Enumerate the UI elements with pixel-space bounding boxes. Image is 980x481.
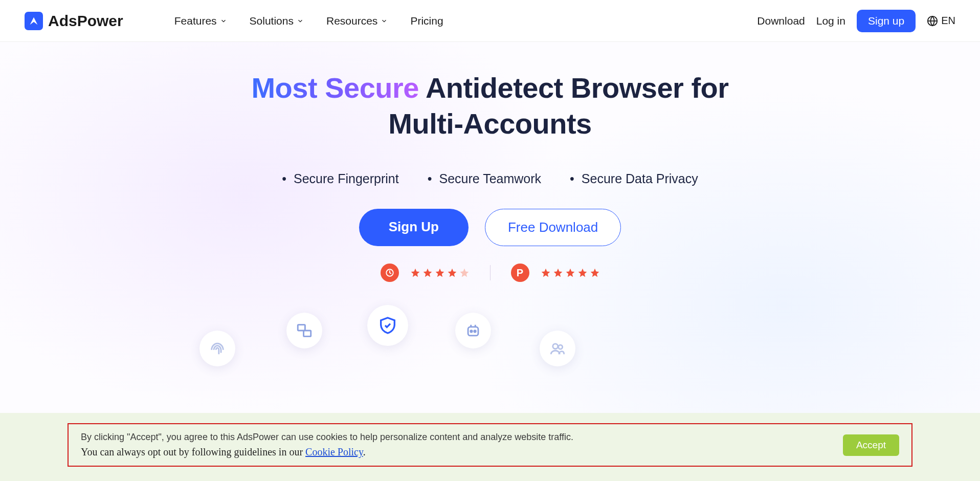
rating-producthunt[interactable]: P bbox=[511, 264, 600, 282]
svg-rect-4 bbox=[468, 327, 478, 336]
hero-title-gradient: Most Secure bbox=[251, 72, 419, 104]
star-half-icon bbox=[459, 268, 470, 278]
cookie-policy-link[interactable]: Cookie Policy bbox=[305, 446, 363, 457]
svg-point-5 bbox=[471, 331, 472, 332]
star-icon bbox=[541, 268, 551, 278]
signup-button[interactable]: Sign up bbox=[857, 10, 916, 32]
cookie-text-line1: By clicking "Accept", you agree to this … bbox=[81, 430, 573, 444]
feature-bubble-robot bbox=[455, 313, 491, 348]
cookie-banner-inner: By clicking "Accept", you agree to this … bbox=[68, 423, 912, 467]
robot-icon bbox=[464, 322, 482, 339]
feature-bubble-shield bbox=[367, 305, 408, 346]
cookie-banner: By clicking "Accept", you agree to this … bbox=[0, 413, 980, 481]
nav-item-solutions[interactable]: Solutions bbox=[250, 15, 304, 27]
star-icon bbox=[435, 268, 445, 278]
hero-cta-row: Sign Up Free Download bbox=[0, 209, 980, 246]
star-icon bbox=[577, 268, 588, 278]
brand-logo-mark-icon bbox=[25, 12, 43, 30]
hero-bullets: Secure Fingerprint Secure Teamwork Secur… bbox=[0, 171, 980, 186]
language-code: EN bbox=[941, 15, 955, 27]
hero-bullet: Secure Fingerprint bbox=[282, 171, 398, 186]
star-icon bbox=[422, 268, 433, 278]
globe-icon bbox=[927, 15, 938, 27]
rating-divider bbox=[490, 265, 491, 280]
nav-label: Resources bbox=[326, 15, 377, 27]
nav-item-resources[interactable]: Resources bbox=[326, 15, 388, 27]
chevron-down-icon bbox=[381, 17, 388, 25]
fingerprint-icon bbox=[209, 340, 226, 357]
language-switcher[interactable]: EN bbox=[927, 15, 955, 27]
hero-download-button[interactable]: Free Download bbox=[485, 209, 621, 246]
hero-bullet: Secure Data Privacy bbox=[570, 171, 698, 186]
star-icon bbox=[565, 268, 575, 278]
svg-rect-2 bbox=[298, 325, 305, 331]
svg-rect-3 bbox=[304, 331, 311, 336]
chevron-down-icon bbox=[297, 17, 304, 25]
hero-title-rest2: Multi-Accounts bbox=[388, 107, 591, 140]
nav-label: Pricing bbox=[410, 15, 443, 27]
g2-badge-icon bbox=[381, 264, 399, 282]
star-icon bbox=[553, 268, 563, 278]
svg-point-7 bbox=[553, 344, 558, 349]
header-right: Download Log in Sign up EN bbox=[757, 10, 955, 32]
ph-stars bbox=[541, 268, 600, 278]
hero-bullet: Secure Teamwork bbox=[428, 171, 541, 186]
star-icon bbox=[410, 268, 420, 278]
download-link[interactable]: Download bbox=[757, 15, 805, 27]
cookie-text: By clicking "Accept", you agree to this … bbox=[81, 430, 573, 460]
nav-label: Solutions bbox=[250, 15, 294, 27]
star-icon bbox=[590, 268, 600, 278]
chevron-down-icon bbox=[220, 17, 227, 25]
main-nav: Features Solutions Resources Pricing bbox=[174, 15, 443, 27]
brand-name: AdsPower bbox=[48, 12, 123, 30]
brand-logo[interactable]: AdsPower bbox=[25, 12, 123, 30]
cookie-accept-button[interactable]: Accept bbox=[843, 434, 899, 456]
feature-bubble-devices bbox=[286, 313, 322, 348]
hero-title-rest1: Antidetect Browser for bbox=[419, 72, 729, 104]
shield-check-icon bbox=[377, 315, 398, 336]
login-link[interactable]: Log in bbox=[816, 15, 845, 27]
hero-signup-button[interactable]: Sign Up bbox=[359, 209, 469, 246]
rating-g2[interactable] bbox=[381, 264, 470, 282]
feature-bubble-users bbox=[540, 331, 575, 366]
devices-icon bbox=[296, 322, 313, 339]
nav-item-features[interactable]: Features bbox=[174, 15, 227, 27]
producthunt-badge-icon: P bbox=[511, 264, 529, 282]
svg-point-6 bbox=[474, 331, 476, 332]
nav-label: Features bbox=[174, 15, 217, 27]
cookie-text-line2: You can always opt out by following guid… bbox=[81, 444, 573, 460]
nav-item-pricing[interactable]: Pricing bbox=[410, 15, 443, 27]
star-icon bbox=[447, 268, 457, 278]
site-header: AdsPower Features Solutions Resources Pr… bbox=[0, 0, 980, 42]
ratings-row: P bbox=[0, 264, 980, 282]
g2-stars bbox=[410, 268, 470, 278]
feature-bubbles bbox=[0, 313, 980, 374]
svg-point-8 bbox=[559, 345, 563, 349]
feature-bubble-fingerprint bbox=[199, 331, 235, 366]
users-icon bbox=[549, 340, 566, 357]
hero-title: Most Secure Antidetect Browser for Multi… bbox=[0, 70, 980, 142]
